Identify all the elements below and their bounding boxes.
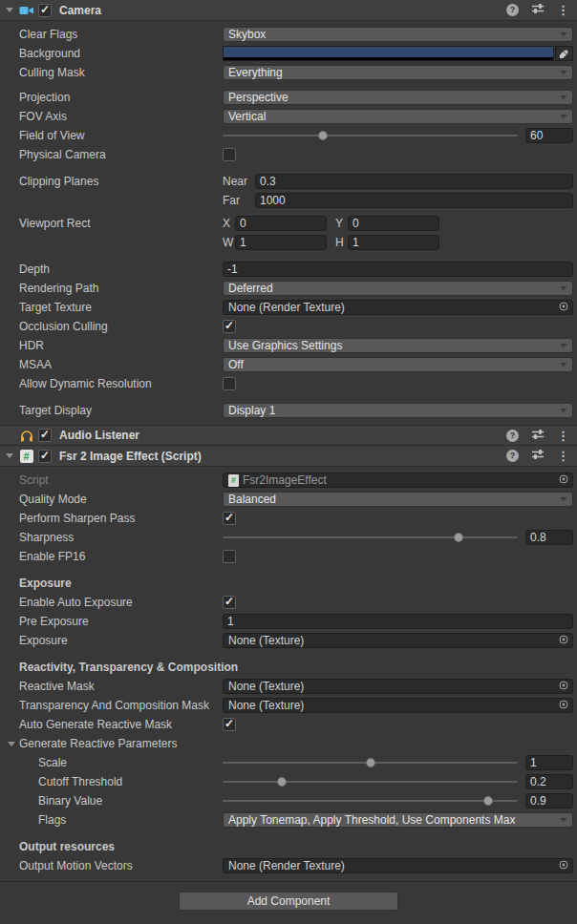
flags-row: Flags Apply Tonemap, Apply Threshold, Us… (0, 810, 577, 830)
eyedropper-icon[interactable] (555, 46, 573, 61)
background-color-field[interactable] (223, 46, 573, 61)
rendering-path-dropdown[interactable]: Deferred (223, 281, 573, 296)
output-motion-vectors-row: Output Motion Vectors None (Render Textu… (0, 856, 577, 875)
viewport-rect-label: Viewport Rect (0, 217, 223, 230)
scale-value[interactable] (525, 755, 573, 770)
sharpness-slider[interactable] (223, 530, 518, 545)
near-field[interactable] (255, 174, 573, 189)
exposure-row: Exposure None (Texture) (0, 631, 577, 650)
output-motion-vectors-label: Output Motion Vectors (0, 859, 223, 872)
cutoff-threshold-value[interactable] (525, 774, 573, 789)
viewport-w-field[interactable] (235, 235, 327, 250)
camera-component-header: Camera (0, 0, 577, 21)
fsr2-enabled-checkbox[interactable] (38, 450, 52, 463)
reactive-mask-objectfield[interactable]: None (Texture) (223, 679, 573, 694)
projection-label: Projection (0, 91, 223, 104)
fov-axis-dropdown[interactable]: Vertical (223, 109, 573, 124)
object-picker-icon[interactable] (558, 473, 569, 488)
help-icon[interactable] (506, 4, 519, 16)
presets-icon[interactable] (531, 429, 545, 443)
fsr2-component-header: Fsr 2 Image Effect (Script) (0, 446, 577, 467)
slider-handle[interactable] (366, 758, 375, 767)
field-of-view-slider[interactable] (223, 128, 518, 143)
slider-handle[interactable] (277, 777, 287, 787)
fov-axis-label: FOV Axis (0, 110, 223, 123)
transparency-mask-objectfield[interactable]: None (Texture) (223, 698, 573, 713)
script-row: Script Fsr2ImageEffect (0, 471, 577, 490)
viewport-h-field[interactable] (348, 235, 439, 250)
target-texture-objectfield[interactable]: None (Render Texture) (223, 300, 573, 315)
help-icon[interactable] (506, 450, 519, 462)
foldout-icon[interactable] (6, 453, 13, 458)
depth-field[interactable] (223, 262, 573, 277)
hdr-dropdown[interactable]: Use Graphics Settings (223, 338, 573, 353)
camera-icon (18, 3, 34, 17)
clear-flags-label: Clear Flags (0, 28, 223, 41)
audio-listener-enabled-checkbox[interactable] (38, 429, 52, 442)
perform-sharpen-pass-checkbox[interactable] (223, 512, 236, 525)
slider-handle[interactable] (454, 533, 463, 542)
projection-dropdown[interactable]: Perspective (223, 90, 573, 105)
slider-handle[interactable] (483, 796, 493, 806)
flags-label: Flags (0, 813, 223, 827)
presets-icon[interactable] (531, 3, 545, 17)
kebab-menu-icon[interactable] (557, 4, 569, 16)
viewport-rect-xy-row: Viewport Rect X Y (0, 214, 577, 233)
occlusion-culling-checkbox[interactable] (223, 320, 236, 333)
help-icon[interactable] (506, 430, 519, 442)
kebab-menu-icon[interactable] (557, 450, 569, 462)
object-picker-icon[interactable] (558, 859, 569, 873)
kebab-menu-icon[interactable] (557, 430, 569, 442)
enable-fp16-checkbox[interactable] (223, 550, 236, 563)
reactivity-section-label: Reactivity, Transparency & Composition (0, 661, 238, 674)
sharpness-value[interactable] (525, 530, 573, 545)
scale-slider[interactable] (223, 755, 518, 770)
clear-flags-dropdown[interactable]: Skybox (223, 27, 573, 42)
camera-title: Camera (59, 4, 101, 17)
object-picker-icon[interactable] (558, 699, 569, 713)
msaa-dropdown[interactable]: Off (223, 357, 573, 372)
flags-dropdown[interactable]: Apply Tonemap, Apply Threshold, Use Comp… (223, 812, 573, 828)
field-of-view-value[interactable] (525, 128, 573, 143)
culling-mask-dropdown[interactable]: Everything (223, 65, 573, 80)
add-component-button[interactable]: Add Component (179, 892, 398, 911)
binary-value-value[interactable] (525, 793, 573, 808)
occlusion-culling-label: Occlusion Culling (0, 320, 223, 333)
quality-mode-dropdown[interactable]: Balanced (223, 492, 573, 507)
color-swatch[interactable] (224, 47, 553, 57)
chevron-down-icon (560, 818, 567, 822)
pre-exposure-field[interactable] (223, 614, 573, 629)
enable-auto-exposure-checkbox[interactable] (223, 596, 236, 609)
generate-reactive-parameters-foldout[interactable]: Generate Reactive Parameters (0, 737, 223, 750)
near-label: Near (223, 175, 255, 188)
slider-handle[interactable] (318, 131, 328, 140)
object-picker-icon[interactable] (558, 301, 569, 315)
binary-value-slider[interactable] (223, 793, 518, 808)
presets-icon[interactable] (531, 449, 545, 463)
scale-row: Scale (0, 753, 577, 772)
target-display-dropdown[interactable]: Display 1 (223, 403, 573, 418)
viewport-x-field[interactable] (235, 216, 327, 231)
depth-row: Depth (0, 260, 577, 279)
cutoff-threshold-row: Cutoff Threshold (0, 772, 577, 791)
far-field[interactable] (255, 193, 573, 208)
generate-reactive-parameters-row: Generate Reactive Parameters (0, 734, 577, 753)
auto-generate-reactive-mask-checkbox[interactable] (223, 718, 236, 731)
perform-sharpen-pass-label: Perform Sharpen Pass (0, 512, 223, 525)
script-objectfield[interactable]: Fsr2ImageEffect (223, 472, 573, 488)
object-picker-icon[interactable] (558, 634, 569, 648)
physical-camera-checkbox[interactable] (223, 148, 236, 161)
output-motion-vectors-objectfield[interactable]: None (Render Texture) (223, 858, 573, 873)
camera-enabled-checkbox[interactable] (38, 4, 52, 17)
allow-dynamic-resolution-row: Allow Dynamic Resolution (0, 374, 577, 393)
object-picker-icon[interactable] (558, 680, 569, 694)
foldout-icon[interactable] (8, 742, 15, 746)
cutoff-threshold-label: Cutoff Threshold (0, 775, 223, 788)
clipping-near-row: Clipping Planes Near (0, 172, 577, 191)
exposure-section-label: Exposure (0, 577, 72, 590)
allow-dynamic-resolution-checkbox[interactable] (223, 377, 236, 390)
cutoff-threshold-slider[interactable] (223, 774, 518, 789)
viewport-y-field[interactable] (348, 216, 439, 231)
foldout-icon[interactable] (6, 8, 13, 12)
exposure-objectfield[interactable]: None (Texture) (223, 633, 573, 648)
